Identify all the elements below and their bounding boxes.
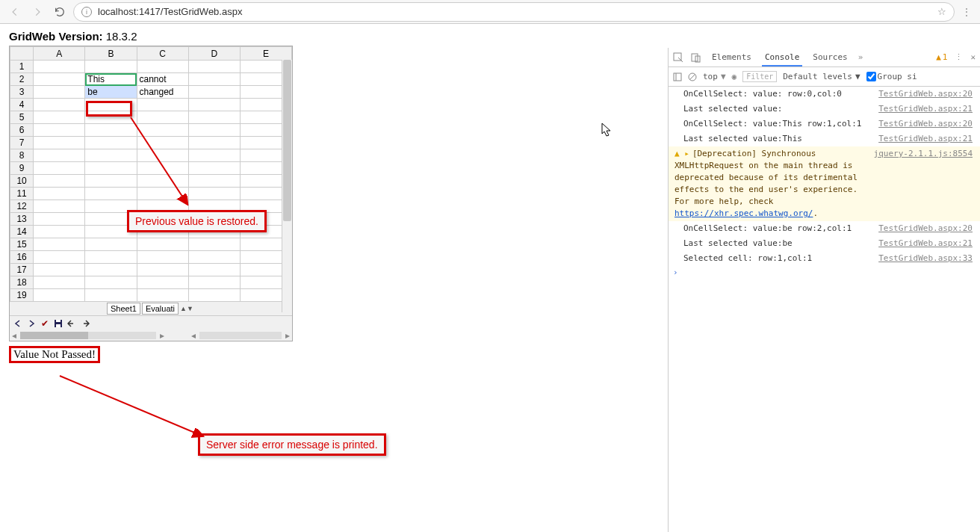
- sheet-tab[interactable]: Evaluati: [142, 303, 179, 315]
- cell[interactable]: [85, 61, 137, 73]
- tab-sources[interactable]: Sources: [810, 49, 850, 66]
- cell[interactable]: [137, 264, 188, 276]
- horizontal-scrollbar[interactable]: ◂ ▸ ◂ ▸: [10, 330, 292, 341]
- cell[interactable]: [85, 289, 137, 302]
- group-similar-checkbox[interactable]: Group si: [866, 72, 917, 81]
- cell[interactable]: [34, 264, 85, 276]
- cell[interactable]: [188, 61, 240, 73]
- log-source-link[interactable]: TestGridWeb.aspx:21: [874, 238, 973, 250]
- inspect-icon[interactable]: [673, 52, 683, 63]
- row-header[interactable]: 16: [10, 251, 34, 264]
- url-bar[interactable]: i localhost:1417/TestGridWeb.aspx ☆: [73, 2, 955, 22]
- undo-icon[interactable]: [66, 318, 77, 329]
- log-source-link[interactable]: TestGridWeb.aspx:20: [874, 88, 973, 100]
- console-sidebar-toggle-icon[interactable]: [673, 72, 682, 81]
- cell[interactable]: [137, 61, 188, 73]
- redo-icon[interactable]: [80, 318, 90, 329]
- nav-prev-icon[interactable]: [13, 318, 23, 329]
- col-header[interactable]: D: [188, 47, 240, 61]
- cell[interactable]: [85, 251, 137, 264]
- row-header[interactable]: 11: [10, 188, 34, 200]
- cell[interactable]: [188, 73, 240, 86]
- cell[interactable]: [188, 99, 240, 111]
- cell[interactable]: [34, 86, 85, 99]
- cell[interactable]: [34, 111, 85, 124]
- row-header[interactable]: 9: [10, 162, 34, 175]
- corner-cell[interactable]: [10, 47, 34, 61]
- col-header[interactable]: E: [240, 47, 291, 61]
- cell[interactable]: [137, 251, 188, 264]
- context-selector[interactable]: top ▼: [703, 72, 726, 81]
- cell[interactable]: [34, 99, 85, 111]
- cell[interactable]: [85, 276, 137, 289]
- cell[interactable]: [85, 264, 137, 276]
- cell[interactable]: This: [85, 73, 137, 86]
- log-source-link[interactable]: jquery-2.1.1.js:8554: [869, 148, 973, 220]
- cell[interactable]: [188, 238, 240, 251]
- devtools-close-icon[interactable]: ✕: [970, 52, 976, 62]
- cell[interactable]: [137, 289, 188, 302]
- log-source-link[interactable]: TestGridWeb.aspx:20: [874, 223, 973, 235]
- cell[interactable]: cannot: [137, 73, 188, 86]
- vertical-scrollbar[interactable]: [282, 60, 292, 312]
- log-source-link[interactable]: TestGridWeb.aspx:33: [874, 253, 973, 265]
- row-header[interactable]: 7: [10, 137, 34, 149]
- row-header[interactable]: 3: [10, 86, 34, 99]
- tab-scroll-icon[interactable]: ▲▼: [180, 305, 193, 312]
- row-header[interactable]: 5: [10, 111, 34, 124]
- cell[interactable]: [34, 188, 85, 200]
- cell[interactable]: [34, 226, 85, 238]
- row-header[interactable]: 2: [10, 73, 34, 86]
- cell[interactable]: [34, 213, 85, 226]
- warning-count[interactable]: ▲ 1: [936, 52, 947, 62]
- col-header[interactable]: B: [85, 47, 137, 61]
- levels-selector[interactable]: Default levels ▼: [783, 72, 860, 81]
- accept-icon[interactable]: ✔: [40, 318, 50, 329]
- reload-button[interactable]: [51, 3, 69, 21]
- cell[interactable]: [34, 137, 85, 149]
- cell[interactable]: [188, 289, 240, 302]
- log-source-link[interactable]: TestGridWeb.aspx:21: [874, 133, 973, 145]
- cell[interactable]: [137, 99, 188, 111]
- row-header[interactable]: 15: [10, 238, 34, 251]
- tabs-overflow-icon[interactable]: »: [858, 52, 863, 62]
- tab-console[interactable]: Console: [762, 49, 802, 66]
- row-header[interactable]: 8: [10, 149, 34, 162]
- row-header[interactable]: 14: [10, 226, 34, 238]
- save-icon[interactable]: [53, 318, 63, 329]
- row-header[interactable]: 10: [10, 175, 34, 188]
- log-source-link[interactable]: TestGridWeb.aspx:21: [874, 103, 973, 115]
- cell[interactable]: [34, 200, 85, 213]
- cell[interactable]: [137, 238, 188, 251]
- cell[interactable]: [34, 162, 85, 175]
- cell[interactable]: [34, 124, 85, 137]
- log-source-link[interactable]: TestGridWeb.aspx:20: [874, 118, 973, 130]
- browser-menu-button[interactable]: ⋮: [959, 7, 974, 17]
- tab-elements[interactable]: Elements: [709, 49, 754, 66]
- back-button[interactable]: [6, 3, 24, 21]
- cell[interactable]: [34, 276, 85, 289]
- forward-button[interactable]: [28, 3, 46, 21]
- live-expr-icon[interactable]: ◉: [732, 72, 737, 81]
- warning-link[interactable]: https://xhr.spec.whatwg.org/: [674, 208, 813, 218]
- sheet-tab[interactable]: Sheet1: [107, 303, 140, 315]
- cell[interactable]: [137, 276, 188, 289]
- cell[interactable]: [34, 61, 85, 73]
- nav-next-icon[interactable]: [26, 318, 37, 329]
- cell[interactable]: changed: [137, 86, 188, 99]
- row-header[interactable]: 12: [10, 200, 34, 213]
- row-header[interactable]: 19: [10, 289, 34, 302]
- cell[interactable]: [34, 149, 85, 162]
- row-header[interactable]: 4: [10, 99, 34, 111]
- cell[interactable]: [188, 86, 240, 99]
- site-info-icon[interactable]: i: [81, 7, 92, 17]
- cell[interactable]: [188, 276, 240, 289]
- row-header[interactable]: 1: [10, 61, 34, 73]
- settings-icon[interactable]: ⋮: [955, 52, 963, 62]
- cell[interactable]: [34, 238, 85, 251]
- cell[interactable]: [85, 238, 137, 251]
- clear-console-icon[interactable]: [688, 72, 697, 81]
- cell[interactable]: [34, 73, 85, 86]
- bookmark-star-icon[interactable]: ☆: [937, 6, 946, 17]
- filter-input[interactable]: Filter: [742, 71, 777, 82]
